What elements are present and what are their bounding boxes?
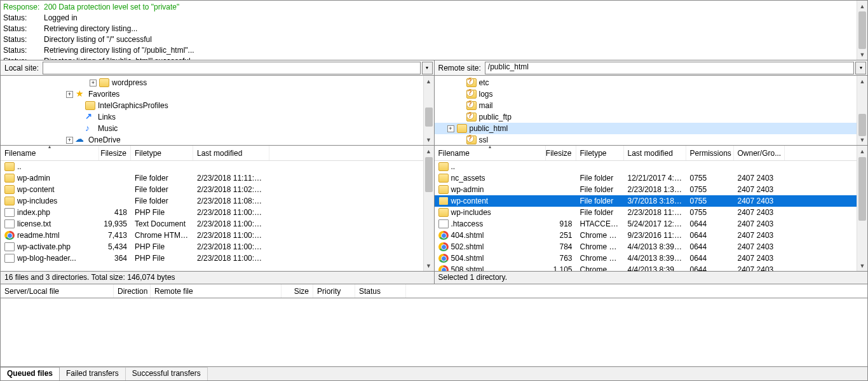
tree-item[interactable]: public_ftp xyxy=(435,111,868,123)
col-priority[interactable]: Priority xyxy=(313,284,355,298)
col-remote-file[interactable]: Remote file xyxy=(151,284,281,298)
remote-tree[interactable]: etclogsmailpublic_ftp+public_htmlssl ▲ ▼ xyxy=(435,76,869,146)
tree-expander[interactable]: + xyxy=(66,91,73,98)
tree-item-label: logs xyxy=(479,90,493,99)
table-row[interactable]: wp-activate.php5,434PHP File2/23/2018 11… xyxy=(1,241,434,253)
col-direction[interactable]: Direction xyxy=(114,284,151,298)
table-row[interactable]: license.txt19,935Text Document2/23/2018 … xyxy=(1,218,434,230)
scroll-thumb[interactable] xyxy=(858,157,866,221)
local-file-list[interactable]: ▴Filename Filesize Filetype Last modifie… xyxy=(0,146,435,272)
tree-item[interactable]: Links xyxy=(1,111,434,123)
scroll-up-icon[interactable]: ▲ xyxy=(857,1,867,11)
remote-tree-scrollbar[interactable]: ▲ ▼ xyxy=(857,76,867,145)
tree-item[interactable]: logs xyxy=(435,88,868,100)
local-site-input[interactable] xyxy=(46,62,417,71)
tree-expander[interactable]: + xyxy=(90,80,97,87)
scroll-down-icon[interactable]: ▼ xyxy=(424,260,434,271)
col-permissions[interactable]: Permissions xyxy=(686,146,734,160)
log-scrollbar[interactable]: ▲ ▼ xyxy=(857,1,867,60)
log-label: Status: xyxy=(3,45,44,56)
col-filetype[interactable]: Filetype xyxy=(131,146,193,160)
col-permissions-label: Permissions xyxy=(690,149,731,158)
tab-failed-label: Failed transfers xyxy=(66,369,119,378)
queue-body[interactable] xyxy=(0,298,868,367)
filetype-cell: Chrome H... xyxy=(576,254,624,263)
table-row[interactable]: wp-contentFile folder3/7/2018 3:18:0...0… xyxy=(435,195,868,207)
scroll-down-icon[interactable]: ▼ xyxy=(424,134,434,145)
tree-item[interactable]: +public_html xyxy=(435,123,868,134)
col-last-modified[interactable]: Last modified xyxy=(193,146,269,160)
scroll-up-icon[interactable]: ▲ xyxy=(424,146,434,156)
table-row[interactable]: .htaccess918HTACCESS...5/24/2017 12:1...… xyxy=(435,218,868,230)
local-tree[interactable]: +wordpress+FavoritesIntelGraphicsProfile… xyxy=(0,76,435,146)
table-row[interactable]: wp-adminFile folder2/23/2018 11:11:13... xyxy=(1,172,434,184)
permissions-cell: 0644 xyxy=(686,254,734,263)
tree-item[interactable]: Music xyxy=(1,123,434,134)
remote-site-dropdown-button[interactable]: ▾ xyxy=(855,62,866,74)
col-filesize[interactable]: Filesize xyxy=(546,146,576,160)
col-filetype[interactable]: Filetype xyxy=(576,146,624,160)
table-row[interactable]: wp-adminFile folder2/23/2018 1:38:...075… xyxy=(435,184,868,195)
table-row[interactable]: wp-includesFile folder2/23/2018 11:08:57… xyxy=(1,195,434,207)
table-row[interactable]: 508.shtml1,105Chrome H...4/4/2013 8:39:0… xyxy=(435,264,868,271)
tree-item[interactable]: +Favorites xyxy=(1,88,434,100)
log-message: Logged in xyxy=(44,13,865,24)
table-row[interactable]: 502.shtml784Chrome H...4/4/2013 8:39:0..… xyxy=(435,241,868,253)
filename-cell: wp-content xyxy=(451,197,489,205)
scroll-thumb[interactable] xyxy=(858,114,866,136)
table-row[interactable]: wp-blog-header...364PHP File2/23/2018 11… xyxy=(1,253,434,264)
remote-list-scrollbar[interactable]: ▲ ▼ xyxy=(857,146,867,271)
table-row[interactable]: .. xyxy=(1,161,434,172)
tab-queued-files[interactable]: Queued files xyxy=(1,367,60,380)
scroll-thumb[interactable] xyxy=(425,157,433,192)
table-row[interactable]: 504.shtml763Chrome H...4/4/2013 8:39:0..… xyxy=(435,253,868,264)
col-size-label: Size xyxy=(294,287,309,296)
table-row[interactable]: readme.html7,413Chrome HTML...2/23/2018 … xyxy=(1,230,434,241)
tree-expander[interactable]: + xyxy=(447,125,454,132)
remote-site-input-wrap[interactable] xyxy=(485,62,854,74)
log-panel: Response:200 Data protection level set t… xyxy=(0,0,868,60)
remote-site-input[interactable] xyxy=(488,62,851,71)
scroll-up-icon[interactable]: ▲ xyxy=(424,76,434,87)
tree-item[interactable]: +wordpress xyxy=(1,77,434,88)
col-filename[interactable]: ▴Filename xyxy=(435,146,546,160)
scroll-thumb[interactable] xyxy=(858,11,866,49)
scroll-down-icon[interactable]: ▼ xyxy=(857,49,867,60)
filetype-cell: File folder xyxy=(131,185,193,194)
col-size[interactable]: Size xyxy=(281,284,313,298)
modified-cell: 2/23/2018 11:00:01... xyxy=(193,231,269,240)
file-icon xyxy=(4,242,15,251)
local-tree-scrollbar[interactable]: ▲ ▼ xyxy=(423,76,434,145)
owner-cell: 2407 2403 xyxy=(734,174,785,183)
tree-expander[interactable]: + xyxy=(66,137,73,144)
scroll-up-icon[interactable]: ▲ xyxy=(857,146,867,156)
local-list-scrollbar[interactable]: ▲ ▼ xyxy=(423,146,434,271)
col-server-local[interactable]: Server/Local file xyxy=(1,284,114,298)
scroll-up-icon[interactable]: ▲ xyxy=(857,76,867,87)
col-filename[interactable]: ▴Filename xyxy=(1,146,99,160)
scroll-down-icon[interactable]: ▼ xyxy=(857,260,867,271)
col-status[interactable]: Status xyxy=(355,284,406,298)
tree-item[interactable]: mail xyxy=(435,100,868,111)
table-row[interactable]: .. xyxy=(435,161,868,172)
remote-file-list[interactable]: ▴Filename Filesize Filetype Last modifie… xyxy=(435,146,869,272)
permissions-cell: 0755 xyxy=(686,197,734,205)
local-site-input-wrap[interactable] xyxy=(43,62,420,74)
tree-item[interactable]: ssl xyxy=(435,134,868,146)
col-filesize[interactable]: Filesize xyxy=(99,146,131,160)
local-site-dropdown-button[interactable]: ▾ xyxy=(422,62,433,74)
modified-cell: 2/23/2018 11:2... xyxy=(624,208,686,217)
table-row[interactable]: nc_assetsFile folder12/21/2017 4:0...075… xyxy=(435,172,868,184)
tree-item[interactable]: etc xyxy=(435,77,868,88)
table-row[interactable]: wp-includesFile folder2/23/2018 11:2...0… xyxy=(435,207,868,218)
table-row[interactable]: index.php418PHP File2/23/2018 11:00:03..… xyxy=(1,207,434,218)
col-last-modified[interactable]: Last modified xyxy=(624,146,686,160)
tree-item[interactable]: +OneDrive xyxy=(1,134,434,146)
tab-successful-transfers[interactable]: Successful transfers xyxy=(126,367,208,380)
col-owner[interactable]: Owner/Gro... xyxy=(734,146,785,160)
tree-item[interactable]: IntelGraphicsProfiles xyxy=(1,100,434,111)
table-row[interactable]: 404.shtml251Chrome H...9/23/2016 11:0...… xyxy=(435,230,868,241)
table-row[interactable]: wp-contentFile folder2/23/2018 11:02:18.… xyxy=(1,184,434,195)
tab-failed-transfers[interactable]: Failed transfers xyxy=(60,367,126,380)
scroll-thumb[interactable] xyxy=(425,107,433,127)
